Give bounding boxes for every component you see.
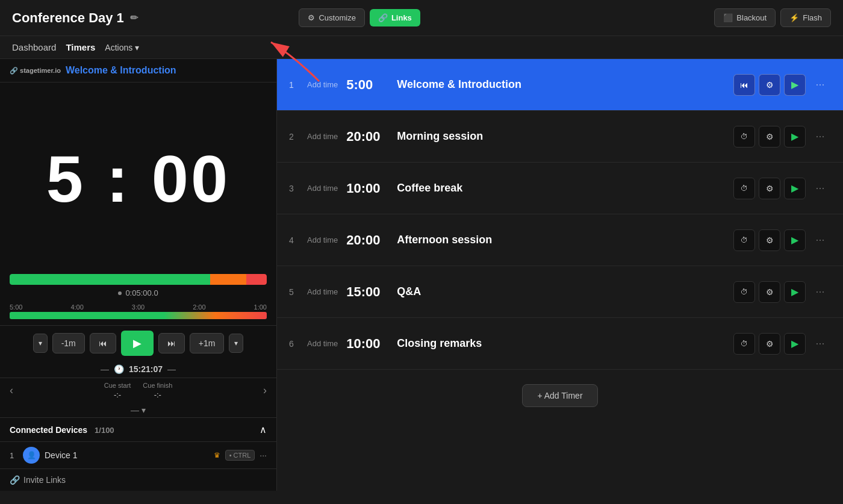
timer-stopwatch-btn-3[interactable]: ⏱ bbox=[733, 178, 755, 199]
header-left: Conference Day 1 ✏ bbox=[12, 10, 291, 26]
chevron-down-icon: ▾ bbox=[135, 43, 139, 52]
add-time-btn-4[interactable]: Add time bbox=[307, 235, 338, 244]
timer-play-btn-2[interactable]: ▶ bbox=[784, 126, 806, 148]
cue-expand-dash: — bbox=[131, 405, 139, 415]
timer-stopwatch-btn-2[interactable]: ⏱ bbox=[733, 126, 755, 148]
timer-digits: 5 : 00 bbox=[46, 140, 230, 217]
blackout-icon: ⬛ bbox=[723, 13, 733, 22]
progress-green bbox=[10, 274, 210, 285]
page-title: Conference Day 1 ✏ bbox=[12, 10, 138, 26]
time-label: 0:05:00.0 bbox=[10, 288, 267, 297]
clock-icon: 🕐 bbox=[114, 364, 124, 374]
customize-button[interactable]: ⚙ Customize bbox=[299, 8, 364, 27]
preview-header: 🔗 stagetimer.io Welcome & Introduction bbox=[0, 59, 276, 82]
device-number: 1 bbox=[10, 451, 18, 460]
cue-prev-button[interactable]: ‹ bbox=[10, 384, 13, 397]
add-time-btn-3[interactable]: Add time bbox=[307, 184, 338, 193]
timer-more-btn-6[interactable]: ··· bbox=[809, 333, 831, 355]
timer-row-3[interactable]: 3 Add time 10:00 Coffee break ⏱ ⚙ ▶ ··· bbox=[277, 163, 843, 214]
progress-red bbox=[246, 274, 267, 285]
plus-split-right[interactable]: ▾ bbox=[229, 334, 243, 353]
timer-row-6[interactable]: 6 Add time 10:00 Closing remarks ⏱ ⚙ ▶ ·… bbox=[277, 318, 843, 370]
device-more-button[interactable]: ··· bbox=[260, 450, 267, 460]
add-timer-button[interactable]: + Add Timer bbox=[522, 384, 597, 407]
timer-more-btn-3[interactable]: ··· bbox=[809, 178, 831, 199]
timeline-label-5: 1:00 bbox=[254, 303, 267, 311]
add-time-btn-2[interactable]: Add time bbox=[307, 132, 338, 141]
link-invite-icon: 🔗 bbox=[10, 475, 20, 485]
timer-num-6: 6 bbox=[289, 339, 299, 349]
minus-button[interactable]: -1m bbox=[52, 333, 85, 353]
timer-play-btn-1[interactable]: ▶ bbox=[784, 74, 806, 96]
timer-actions-1: ⏮ ⚙ ▶ ··· bbox=[733, 74, 831, 96]
cue-start-label: Cue start bbox=[104, 382, 131, 389]
sub-header: Dashboard Timers Actions ▾ bbox=[0, 36, 843, 59]
cue-expand[interactable]: — ▾ bbox=[0, 403, 276, 417]
page-title-text: Conference Day 1 bbox=[12, 10, 124, 26]
timer-play-btn-6[interactable]: ▶ bbox=[784, 333, 806, 355]
timer-duration-3: 10:00 bbox=[346, 181, 388, 196]
add-time-btn-1[interactable]: Add time bbox=[307, 80, 338, 89]
next-button[interactable]: ⏭ bbox=[158, 333, 185, 353]
timer-title-6: Closing remarks bbox=[397, 337, 725, 350]
invite-links-button[interactable]: 🔗 Invite Links bbox=[0, 468, 276, 491]
timer-settings-btn-5[interactable]: ⚙ bbox=[759, 281, 780, 303]
play-button[interactable]: ▶ bbox=[121, 331, 154, 356]
collapse-icon: ∧ bbox=[260, 424, 267, 435]
timer-stopwatch-btn-6[interactable]: ⏱ bbox=[733, 333, 755, 355]
timer-row-1[interactable]: 1 Add time 5:00 Welcome & Introduction ⏮… bbox=[277, 59, 843, 111]
timer-play-btn-3[interactable]: ▶ bbox=[784, 178, 806, 199]
right-panel: 1 Add time 5:00 Welcome & Introduction ⏮… bbox=[277, 59, 843, 491]
timer-settings-btn-1[interactable]: ⚙ bbox=[759, 74, 780, 96]
timer-num-5: 5 bbox=[289, 287, 299, 297]
devices-section: Connected Devices 1/100 ∧ 1 👤 Device 1 ♛… bbox=[0, 417, 276, 491]
timer-num-1: 1 bbox=[289, 80, 299, 90]
timer-more-btn-5[interactable]: ··· bbox=[809, 281, 831, 303]
timer-more-btn-2[interactable]: ··· bbox=[809, 126, 831, 148]
add-time-btn-6[interactable]: Add time bbox=[307, 339, 338, 348]
timer-num-3: 3 bbox=[289, 184, 299, 193]
add-time-btn-5[interactable]: Add time bbox=[307, 287, 338, 296]
timer-title-2: Morning session bbox=[397, 130, 725, 143]
devices-count: 1/100 bbox=[95, 426, 114, 435]
timer-row-4[interactable]: 4 Add time 20:00 Afternoon session ⏱ ⚙ ▶… bbox=[277, 214, 843, 266]
timer-stopwatch-btn-4[interactable]: ⏱ bbox=[733, 229, 755, 251]
cue-start-value: -:- bbox=[104, 390, 131, 399]
timer-row-5[interactable]: 5 Add time 15:00 Q&A ⏱ ⚙ ▶ ··· bbox=[277, 266, 843, 318]
timer-stopwatch-btn-5[interactable]: ⏱ bbox=[733, 281, 755, 303]
timer-more-btn-4[interactable]: ··· bbox=[809, 229, 831, 251]
main-layout: 🔗 stagetimer.io Welcome & Introduction 5… bbox=[0, 59, 843, 491]
links-button[interactable]: 🔗 Links bbox=[370, 9, 420, 26]
timer-actions-6: ⏱ ⚙ ▶ ··· bbox=[733, 333, 831, 355]
blackout-button[interactable]: ⬛ Blackout bbox=[714, 8, 776, 27]
progress-section: 0:05:00.0 bbox=[0, 268, 276, 302]
crown-icon: ♛ bbox=[214, 451, 220, 459]
timer-play-btn-5[interactable]: ▶ bbox=[784, 281, 806, 303]
cue-next-button[interactable]: › bbox=[263, 384, 267, 397]
timer-actions-3: ⏱ ⚙ ▶ ··· bbox=[733, 178, 831, 199]
timer-settings-btn-6[interactable]: ⚙ bbox=[759, 333, 780, 355]
minus-split-left[interactable]: ▾ bbox=[33, 334, 48, 353]
edit-icon[interactable]: ✏ bbox=[130, 12, 138, 23]
timer-list: 1 Add time 5:00 Welcome & Introduction ⏮… bbox=[277, 59, 843, 370]
prev-button[interactable]: ⏮ bbox=[90, 333, 116, 353]
flash-label: Flash bbox=[803, 13, 822, 22]
timer-row-2[interactable]: 2 Add time 20:00 Morning session ⏱ ⚙ ▶ ·… bbox=[277, 111, 843, 163]
blackout-label: Blackout bbox=[736, 13, 767, 22]
timer-settings-btn-4[interactable]: ⚙ bbox=[759, 229, 780, 251]
timer-settings-btn-2[interactable]: ⚙ bbox=[759, 126, 780, 148]
timers-label[interactable]: Timers bbox=[66, 42, 95, 52]
timer-reset-btn-1[interactable]: ⏮ bbox=[733, 74, 755, 96]
flash-button[interactable]: ⚡ Flash bbox=[780, 8, 831, 27]
actions-dropdown[interactable]: Actions ▾ bbox=[105, 43, 139, 52]
timeline-label-4: 2:00 bbox=[193, 303, 205, 311]
plus-button[interactable]: +1m bbox=[190, 333, 225, 353]
clock-dash-left: — bbox=[101, 364, 109, 374]
timer-settings-btn-3[interactable]: ⚙ bbox=[759, 178, 780, 199]
actions-label: Actions bbox=[105, 43, 132, 52]
timer-more-btn-1[interactable]: ··· bbox=[809, 74, 831, 96]
timer-play-btn-4[interactable]: ▶ bbox=[784, 229, 806, 251]
cue-finish-label: Cue finish bbox=[143, 382, 172, 389]
ctrl-badge: • CTRL bbox=[225, 450, 255, 461]
devices-header[interactable]: Connected Devices 1/100 ∧ bbox=[0, 418, 276, 441]
